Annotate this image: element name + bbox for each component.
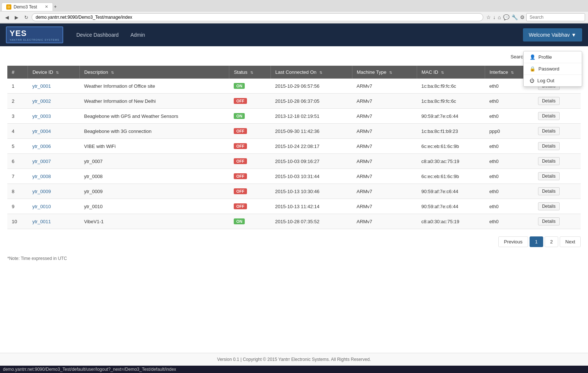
details-button[interactable]: Details (538, 142, 560, 150)
col-description[interactable]: Description ⇅ (80, 66, 229, 79)
device-id-link[interactable]: ytr_0008 (32, 174, 51, 179)
pagination-next[interactable]: Next (560, 236, 581, 247)
tab-close-icon[interactable]: ✕ (45, 4, 48, 9)
cell-mac-id: 6c:ec:eb:61:6c:9b (417, 169, 485, 184)
cell-last-connected: 2015-10-13 11:42:14 (270, 199, 352, 214)
logo: YES YANTRR ELECTRONIC SYSTEMS (6, 26, 63, 43)
table-row: 10 ytr_0011 VibeV1-1 ON 2015-10-28 07:35… (7, 214, 581, 229)
back-button[interactable]: ◀ (3, 13, 11, 21)
cell-machine-type: ARMv7 (352, 79, 417, 94)
cell-machine-type: ARMv7 (352, 214, 417, 229)
browser-search-input[interactable] (526, 13, 585, 21)
nav-device-dashboard[interactable]: Device Dashboard (72, 29, 123, 41)
table-body: 1 ytr_0001 Weather Information of Office… (7, 79, 581, 229)
cell-operations: Details (534, 124, 581, 139)
download-icon[interactable]: ↓ (493, 14, 496, 20)
col-status[interactable]: Status ⇅ (229, 66, 271, 79)
sort-last-connected-icon: ⇅ (319, 70, 322, 75)
cell-interface: eth0 (485, 169, 533, 184)
device-id-link[interactable]: ytr_0003 (32, 113, 51, 119)
device-id-link[interactable]: ytr_0007 (32, 159, 51, 164)
forward-button[interactable]: ▶ (12, 13, 21, 21)
cell-mac-id: 90:59:af:7e:c6:44 (417, 109, 485, 124)
cell-description: VIBE with WiFi (80, 139, 229, 154)
cell-num: 5 (7, 139, 28, 154)
details-button[interactable]: Details (538, 217, 560, 225)
device-id-link[interactable]: ytr_0002 (32, 98, 51, 104)
details-button[interactable]: Details (538, 202, 560, 210)
dropdown-profile-label: Profile (538, 54, 552, 60)
address-input[interactable] (32, 13, 483, 21)
bookmark-icon[interactable]: ☆ (486, 14, 491, 20)
cell-status: OFF (229, 124, 271, 139)
table-header: # Device ID ⇅ Description ⇅ Status ⇅ Las… (7, 66, 581, 79)
cell-mac-id: c8:a0:30:ac:75:19 (417, 214, 485, 229)
cell-machine-type: ARMv7 (352, 109, 417, 124)
pagination-page-1[interactable]: 1 (530, 236, 543, 247)
dropdown-profile[interactable]: 👤 Profile (524, 51, 582, 63)
new-tab-icon[interactable]: ＋ (53, 3, 58, 10)
cell-interface: eth0 (485, 199, 533, 214)
details-button[interactable]: Details (538, 172, 560, 180)
status-bar: demo.yantrr.net:9090/Demo3_Test/default/… (0, 366, 588, 373)
nav-admin[interactable]: Admin (126, 29, 150, 41)
pagination: Previous 1 2 Next (7, 236, 581, 247)
reload-button[interactable]: ↻ (22, 13, 30, 21)
status-badge: OFF (234, 173, 247, 179)
tab-title: Demo3 Test (14, 4, 37, 10)
cell-device-id: ytr_0001 (28, 79, 80, 94)
active-tab: D Demo3 Test ✕ (1, 3, 53, 11)
cell-operations: Details (534, 94, 581, 109)
details-button[interactable]: Details (538, 187, 560, 195)
cell-mac-id: c8:a0:30:ac:75:19 (417, 154, 485, 169)
table-row: 8 ytr_0009 ytr_0009 OFF 2015-10-13 10:30… (7, 184, 581, 199)
cell-interface: eth0 (485, 94, 533, 109)
cell-last-connected: 2015-10-03 10:31:44 (270, 169, 352, 184)
dropdown-password[interactable]: 🔒 Password (524, 63, 582, 75)
addon-icon[interactable]: 🔧 (512, 14, 518, 20)
cell-last-connected: 2015-10-29 06:57:56 (270, 79, 352, 94)
cell-device-id: ytr_0003 (28, 109, 80, 124)
home-icon[interactable]: ⌂ (498, 14, 501, 20)
status-badge: ON (234, 83, 245, 89)
cell-interface: eth0 (485, 139, 533, 154)
cell-num: 2 (7, 94, 28, 109)
cell-description: Weather Information of Office site (80, 79, 229, 94)
details-button[interactable]: Details (538, 112, 560, 120)
col-machine-type[interactable]: Machine Type ⇅ (352, 66, 417, 79)
pagination-page-2[interactable]: 2 (545, 236, 558, 247)
device-id-link[interactable]: ytr_0001 (32, 83, 51, 89)
details-button[interactable]: Details (538, 97, 560, 105)
chat-icon[interactable]: 💬 (503, 14, 509, 20)
device-id-link[interactable]: ytr_0004 (32, 128, 51, 134)
device-id-link[interactable]: ytr_0010 (32, 204, 51, 209)
status-badge: OFF (234, 188, 247, 194)
utc-note: *Note: Time expressed in UTC (7, 256, 581, 261)
settings-icon[interactable]: ⚙ (520, 14, 525, 20)
cell-status: OFF (229, 94, 271, 109)
status-badge: OFF (234, 143, 247, 149)
welcome-button[interactable]: Welcome Vaibhav ▼ (523, 28, 582, 41)
device-id-link[interactable]: ytr_0011 (32, 219, 51, 224)
details-button[interactable]: Details (538, 157, 560, 165)
search-bar: Search: (7, 52, 581, 61)
nav-links: Device Dashboard Admin (72, 29, 150, 41)
details-button[interactable]: Details (538, 127, 560, 135)
logo-text: YES (10, 29, 60, 38)
device-id-link[interactable]: ytr_0009 (32, 189, 51, 194)
col-last-connected[interactable]: Last Connected On ⇅ (270, 66, 352, 79)
col-device-id[interactable]: Device ID ⇅ (28, 66, 80, 79)
status-bar-url: demo.yantrr.net:9090/Demo3_Test/default/… (3, 367, 176, 372)
cell-description: VibeV1-1 (80, 214, 229, 229)
user-dropdown: 👤 Profile 🔒 Password ⏻ Log Out (523, 51, 582, 87)
cell-status: ON (229, 214, 271, 229)
col-mac-id[interactable]: MAC ID ⇅ (417, 66, 485, 79)
cell-num: 7 (7, 169, 28, 184)
pagination-previous[interactable]: Previous (498, 236, 528, 247)
device-id-link[interactable]: ytr_0006 (32, 144, 51, 149)
cell-last-connected: 2013-12-18 02:19:51 (270, 109, 352, 124)
cell-status: ON (229, 109, 271, 124)
dropdown-logout[interactable]: ⏻ Log Out (524, 75, 582, 86)
status-badge: OFF (234, 98, 247, 104)
cell-last-connected: 2015-10-28 06:37:05 (270, 94, 352, 109)
